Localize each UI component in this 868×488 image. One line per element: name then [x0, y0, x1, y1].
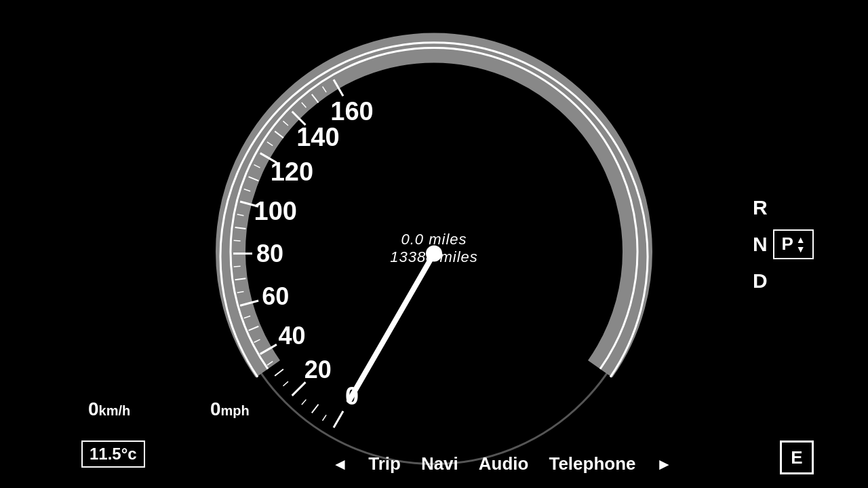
odometer: 13388 miles	[390, 248, 478, 266]
gear-R: R	[753, 189, 814, 226]
speed-kmh-display: 0km/h	[88, 398, 130, 420]
svg-text:40: 40	[278, 322, 305, 350]
svg-text:60: 60	[262, 282, 289, 309]
gear-down-arrow: ▼	[796, 244, 806, 254]
svg-line-6	[312, 404, 319, 413]
nav-trip[interactable]: Trip	[368, 453, 401, 474]
svg-line-21	[249, 176, 259, 181]
nav-audio[interactable]: Audio	[479, 453, 529, 474]
center-display: 0.0 miles 13388 miles	[390, 231, 478, 266]
nav-telephone[interactable]: Telephone	[549, 453, 635, 474]
svg-line-13	[240, 300, 258, 305]
svg-line-18	[235, 227, 246, 228]
svg-text:120: 120	[271, 157, 313, 185]
svg-line-36	[237, 291, 244, 293]
svg-text:140: 140	[296, 123, 339, 151]
svg-line-28	[334, 79, 343, 96]
svg-text:160: 160	[330, 97, 373, 126]
svg-text:100: 100	[254, 196, 297, 225]
svg-line-24	[275, 131, 283, 138]
svg-line-27	[312, 94, 319, 102]
gear-N: N	[753, 226, 773, 263]
svg-line-42	[267, 142, 273, 146]
gear-arrows: ▲ ▼	[796, 235, 806, 254]
svg-text:0: 0	[345, 381, 359, 409]
e-button[interactable]: E	[780, 440, 814, 474]
svg-line-10	[260, 344, 277, 354]
gear-D: D	[753, 263, 814, 299]
svg-line-30	[323, 415, 327, 420]
svg-line-37	[234, 266, 241, 267]
nav-navi[interactable]: Navi	[421, 453, 458, 474]
svg-line-4	[334, 411, 343, 427]
svg-line-33	[267, 361, 273, 365]
svg-line-12	[249, 326, 259, 330]
bottom-nav: ◄ Trip Navi Audio Telephone ►	[332, 453, 672, 474]
gear-indicator: R N P ▲ ▼ D	[753, 189, 814, 299]
gear-P-box: P ▲ ▼	[773, 229, 814, 259]
gear-current: P	[781, 228, 793, 260]
svg-line-34	[254, 339, 260, 342]
svg-text:80: 80	[256, 240, 283, 267]
svg-text:20: 20	[304, 356, 332, 383]
svg-line-44	[302, 102, 307, 108]
svg-line-32	[283, 381, 288, 386]
gear-up-arrow: ▲	[796, 235, 806, 244]
trip-distance: 0.0 miles	[390, 231, 478, 248]
svg-line-35	[244, 316, 250, 318]
nav-prev-arrow[interactable]: ◄	[332, 455, 348, 474]
svg-line-15	[235, 278, 246, 280]
dashboard: 020406080100120140160 0km/h 0mph 0.0 mil…	[0, 0, 868, 488]
svg-line-45	[323, 86, 327, 92]
svg-line-43	[283, 121, 288, 126]
temperature-display: 11.5°c	[81, 440, 145, 468]
svg-line-9	[275, 369, 283, 376]
speed-kmh-value: 0	[88, 398, 99, 419]
nav-next-arrow[interactable]: ►	[656, 455, 673, 474]
speed-kmh-unit: km/h	[99, 403, 131, 418]
svg-line-38	[234, 240, 241, 241]
svg-line-41	[254, 164, 260, 167]
speed-mph-value: 0	[210, 398, 221, 419]
svg-line-40	[244, 189, 250, 191]
svg-line-7	[292, 382, 306, 396]
gear-N-P-row: N P ▲ ▼	[753, 226, 814, 263]
speed-mph-unit: mph	[221, 403, 250, 418]
svg-line-39	[237, 214, 244, 215]
speed-mph-display: 0mph	[210, 398, 250, 420]
svg-line-31	[302, 399, 307, 405]
